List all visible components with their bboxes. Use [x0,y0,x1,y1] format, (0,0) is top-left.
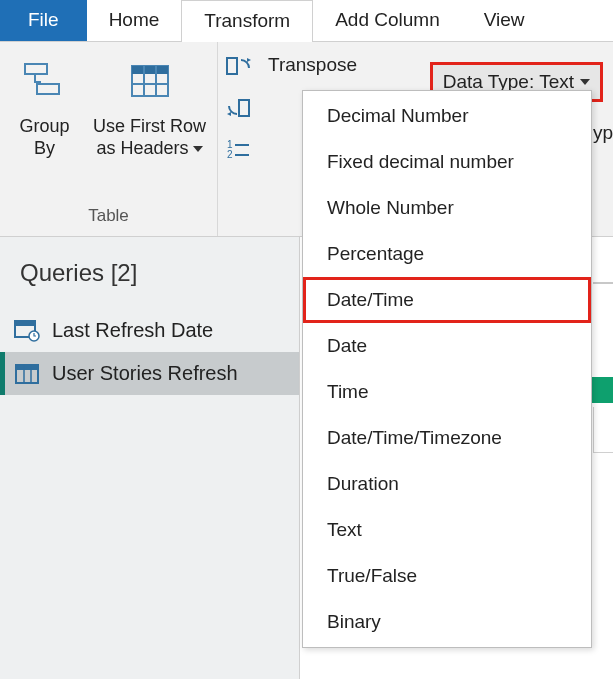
group-by-icon [23,60,67,107]
query-item-last-refresh-date[interactable]: Last Refresh Date [0,309,299,352]
svg-rect-8 [239,100,249,116]
ribbon-small-buttons: 12 [218,42,260,236]
svg-rect-17 [16,365,38,370]
queries-header: Queries [2] [0,237,299,309]
svg-text:2: 2 [227,149,233,160]
table-clock-icon [14,320,40,342]
tab-add-column[interactable]: Add Column [313,0,462,41]
ribbon-group-table: GroupBy Use First Rowas Headers [0,42,218,236]
group-by-label: GroupBy [19,115,69,159]
group-by-button[interactable]: GroupBy [4,52,86,159]
svg-rect-14 [15,321,35,326]
tab-file[interactable]: File [0,0,87,41]
data-type-option[interactable]: Date/Time/Timezone [303,415,591,461]
use-first-row-button[interactable]: Use First Rowas Headers [86,52,214,159]
tab-strip: File Home Transform Add Column View [0,0,613,42]
data-type-option[interactable]: Time [303,369,591,415]
data-type-option[interactable]: Fixed decimal number [303,139,591,185]
data-type-option[interactable]: Date [303,323,591,369]
count-rows-button[interactable]: 12 [224,136,254,164]
transpose-button[interactable] [224,52,254,80]
table-icon [14,363,40,385]
tab-transform[interactable]: Transform [181,0,313,42]
query-item-user-stories-refresh[interactable]: User Stories Refresh [0,352,299,395]
data-type-option[interactable]: True/False [303,553,591,599]
reverse-rows-button[interactable] [224,94,254,122]
ribbon-group-label-table: Table [88,202,129,232]
tab-home[interactable]: Home [87,0,182,41]
use-first-row-label: Use First Rowas Headers [93,115,206,159]
transpose-label: Transpose [264,54,357,76]
data-type-option[interactable]: Duration [303,461,591,507]
chevron-down-icon [193,146,203,152]
tab-view[interactable]: View [462,0,547,41]
queries-panel: Queries [2] Last Refresh Date User Stori… [0,237,300,679]
data-type-option[interactable]: Date/Time [303,277,591,323]
data-type-menu: Decimal NumberFixed decimal numberWhole … [302,90,592,648]
data-type-option[interactable]: Text [303,507,591,553]
query-item-label: User Stories Refresh [52,362,238,385]
data-type-option[interactable]: Decimal Number [303,93,591,139]
data-type-option[interactable]: Binary [303,599,591,645]
svg-rect-0 [25,64,47,74]
query-item-label: Last Refresh Date [52,319,213,342]
data-type-option[interactable]: Percentage [303,231,591,277]
detect-type-fragment: yp [593,122,613,144]
chevron-down-icon [580,79,590,85]
svg-rect-3 [132,66,168,74]
data-type-option[interactable]: Whole Number [303,185,591,231]
table-headers-icon [128,60,172,107]
svg-rect-1 [37,84,59,94]
svg-rect-7 [227,58,237,74]
